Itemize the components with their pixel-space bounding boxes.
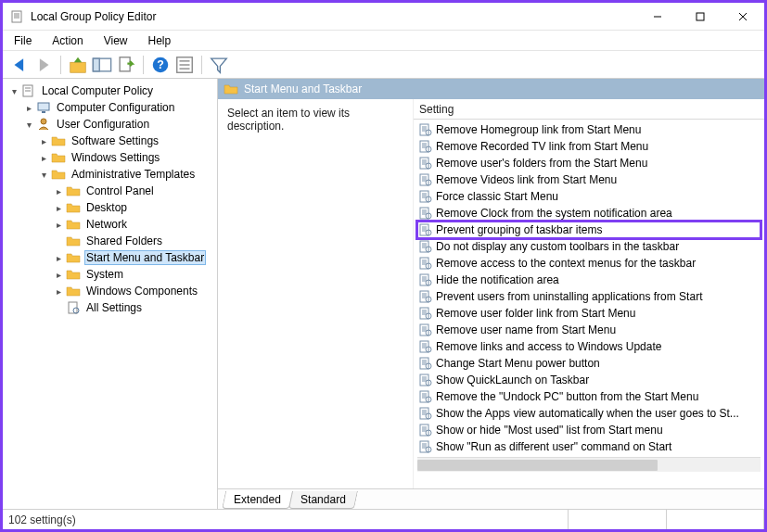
setting-label: Remove Clock from the system notificatio… bbox=[436, 207, 672, 220]
policy-setting-icon bbox=[419, 273, 432, 286]
policy-setting-icon bbox=[419, 307, 432, 320]
show-hide-tree-button[interactable] bbox=[91, 54, 113, 76]
policy-icon bbox=[21, 83, 36, 98]
setting-row[interactable]: Remove user folder link from Start Menu bbox=[417, 305, 761, 322]
setting-label: Remove Videos link from Start Menu bbox=[436, 173, 617, 186]
scrollbar-thumb[interactable] bbox=[417, 460, 658, 471]
setting-label: Remove user name from Start Menu bbox=[436, 323, 616, 336]
setting-row[interactable]: Show QuickLaunch on Taskbar bbox=[417, 372, 761, 388]
policy-setting-icon bbox=[419, 207, 432, 220]
computer-icon bbox=[36, 100, 51, 115]
tree-start-menu-taskbar[interactable]: ▸ Start Menu and Taskbar bbox=[51, 249, 217, 266]
chevron-right-icon[interactable]: ▸ bbox=[53, 219, 64, 230]
chevron-right-icon[interactable]: ▸ bbox=[53, 285, 64, 297]
tree-all-settings[interactable]: All Settings bbox=[51, 299, 217, 316]
tree-admin-templates[interactable]: ▾ Administrative Templates bbox=[36, 166, 217, 183]
chevron-right-icon[interactable]: ▸ bbox=[38, 152, 49, 163]
setting-row[interactable]: Remove user's folders from the Start Men… bbox=[417, 155, 761, 171]
setting-row[interactable]: Remove Clock from the system notificatio… bbox=[417, 205, 761, 222]
setting-row[interactable]: Remove user name from Start Menu bbox=[417, 322, 761, 338]
tree-network[interactable]: ▸ Network bbox=[51, 216, 217, 233]
setting-label: Remove user's folders from the Start Men… bbox=[436, 157, 647, 170]
setting-row[interactable]: Remove links and access to Windows Updat… bbox=[417, 338, 761, 355]
settings-list[interactable]: Remove Homegroup link from Start MenuRem… bbox=[414, 120, 764, 488]
tree-desktop[interactable]: ▸ Desktop bbox=[51, 199, 217, 216]
settings-list-column: Setting Remove Homegroup link from Start… bbox=[413, 99, 764, 488]
description-placeholder: Select an item to view its description. bbox=[227, 107, 350, 133]
chevron-down-icon[interactable]: ▾ bbox=[38, 169, 49, 180]
setting-row[interactable]: Remove Videos link from Start Menu bbox=[417, 171, 761, 188]
menu-view[interactable]: View bbox=[100, 32, 132, 49]
setting-row[interactable]: Remove the "Undock PC" button from the S… bbox=[417, 388, 761, 405]
tree-windows-components[interactable]: ▸ Windows Components bbox=[51, 283, 217, 299]
tab-standard[interactable]: Standard bbox=[288, 491, 358, 509]
chevron-right-icon[interactable]: ▸ bbox=[53, 185, 64, 196]
menu-help[interactable]: Help bbox=[145, 32, 175, 49]
tree-root-label: Local Computer Policy bbox=[40, 84, 155, 97]
setting-row[interactable]: Prevent users from uninstalling applicat… bbox=[417, 288, 761, 305]
setting-row[interactable]: Show the Apps view automatically when th… bbox=[417, 405, 761, 422]
setting-row[interactable]: Remove Homegroup link from Start Menu bbox=[417, 121, 761, 138]
setting-label: Prevent users from uninstalling applicat… bbox=[436, 290, 702, 303]
policy-setting-icon bbox=[419, 290, 432, 303]
tree-software-settings[interactable]: ▸ Software Settings bbox=[36, 133, 217, 149]
setting-label: Remove access to the context menus for t… bbox=[436, 257, 696, 270]
tab-extended[interactable]: Extended bbox=[222, 491, 293, 509]
setting-row[interactable]: Hide the notification area bbox=[417, 272, 761, 288]
svg-text:?: ? bbox=[157, 58, 164, 71]
horizontal-scrollbar[interactable] bbox=[417, 457, 761, 472]
forward-button[interactable] bbox=[32, 54, 55, 76]
tree-system[interactable]: ▸ System bbox=[51, 266, 217, 283]
maximize-button[interactable] bbox=[679, 4, 722, 30]
filter-button[interactable] bbox=[208, 54, 230, 76]
setting-row[interactable]: Show "Run as different user" command on … bbox=[417, 438, 761, 455]
menu-action[interactable]: Action bbox=[48, 32, 86, 49]
chevron-right-icon[interactable]: ▸ bbox=[53, 202, 64, 213]
help-button[interactable]: ? bbox=[149, 54, 172, 76]
tree-windows-settings[interactable]: ▸ Windows Settings bbox=[36, 149, 217, 166]
svg-rect-8 bbox=[70, 62, 86, 72]
chevron-down-icon[interactable]: ▾ bbox=[8, 85, 19, 96]
close-button[interactable] bbox=[722, 4, 764, 30]
status-cell bbox=[667, 510, 765, 529]
setting-row[interactable]: Remove access to the context menus for t… bbox=[417, 255, 761, 272]
svg-point-23 bbox=[41, 119, 46, 124]
setting-row[interactable]: Do not display any custom toolbars in th… bbox=[417, 238, 761, 255]
tree-shared-folders[interactable]: Shared Folders bbox=[51, 233, 217, 249]
chevron-right-icon[interactable]: ▸ bbox=[38, 135, 49, 146]
policy-setting-icon bbox=[419, 173, 432, 186]
chevron-down-icon[interactable]: ▾ bbox=[23, 119, 34, 130]
toolbar: ? bbox=[3, 51, 764, 79]
export-list-button[interactable] bbox=[115, 54, 137, 76]
svg-rect-10 bbox=[93, 58, 99, 71]
chevron-right-icon[interactable]: ▸ bbox=[53, 252, 64, 263]
back-button[interactable] bbox=[8, 54, 31, 76]
minimize-button[interactable] bbox=[636, 4, 679, 30]
content-area: ▾ Local Computer Policy ▸ Computer Confi… bbox=[3, 79, 764, 509]
details-pane: Start Menu and Taskbar Select an item to… bbox=[218, 79, 764, 509]
column-header-label: Setting bbox=[419, 103, 454, 116]
up-button[interactable] bbox=[67, 54, 89, 76]
tree-item-label: User Configuration bbox=[55, 118, 151, 131]
policy-setting-icon bbox=[419, 390, 432, 403]
tree-computer-config[interactable]: ▸ Computer Configuration bbox=[21, 99, 217, 116]
tree-user-config[interactable]: ▾ User Configuration bbox=[21, 116, 217, 133]
column-header-setting[interactable]: Setting bbox=[414, 99, 764, 120]
setting-row[interactable]: Prevent grouping of taskbar items bbox=[417, 222, 761, 238]
tree-root[interactable]: ▾ Local Computer Policy bbox=[6, 82, 217, 99]
setting-label: Show QuickLaunch on Taskbar bbox=[436, 374, 589, 386]
policy-setting-icon bbox=[419, 123, 432, 136]
setting-row[interactable]: Show or hide "Most used" list from Start… bbox=[417, 422, 761, 438]
setting-row[interactable]: Force classic Start Menu bbox=[417, 188, 761, 205]
setting-row[interactable]: Remove Recorded TV link from Start Menu bbox=[417, 138, 761, 155]
menu-file[interactable]: File bbox=[10, 32, 35, 49]
setting-label: Remove the "Undock PC" button from the S… bbox=[436, 390, 698, 403]
properties-button[interactable] bbox=[173, 54, 196, 76]
chevron-right-icon[interactable]: ▸ bbox=[53, 269, 64, 280]
tree-pane[interactable]: ▾ Local Computer Policy ▸ Computer Confi… bbox=[3, 79, 218, 509]
tree-control-panel[interactable]: ▸ Control Panel bbox=[51, 183, 217, 199]
setting-row[interactable]: Change Start Menu power button bbox=[417, 355, 761, 372]
chevron-right-icon[interactable]: ▸ bbox=[23, 102, 34, 113]
setting-label: Force classic Start Menu bbox=[436, 190, 558, 203]
menubar: File Action View Help bbox=[3, 31, 764, 51]
